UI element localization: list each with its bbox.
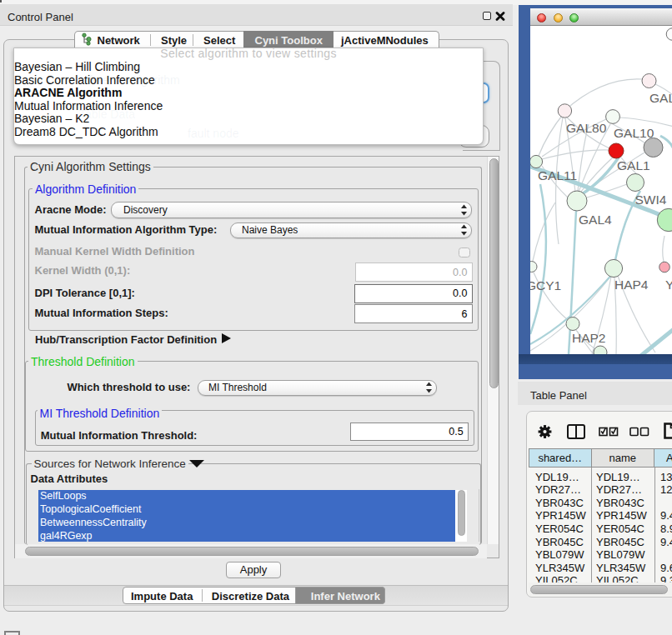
svg-text:GAL4: GAL4 [579, 212, 612, 227]
svg-text:GAL1: GAL1 [617, 158, 650, 172]
svg-text:GAL10: GAL10 [614, 126, 654, 140]
svg-text:SWI4: SWI4 [635, 192, 667, 207]
svg-text:GAL11: GAL11 [538, 168, 577, 182]
svg-text:HAP4: HAP4 [614, 278, 649, 292]
svg-text:Y: Y [665, 278, 672, 292]
svg-text:GCY1: GCY1 [530, 278, 561, 292]
svg-text:GAL80: GAL80 [566, 121, 607, 135]
svg-text:GAL7: GAL7 [649, 91, 672, 105]
svg-text:HAP2: HAP2 [572, 331, 606, 345]
